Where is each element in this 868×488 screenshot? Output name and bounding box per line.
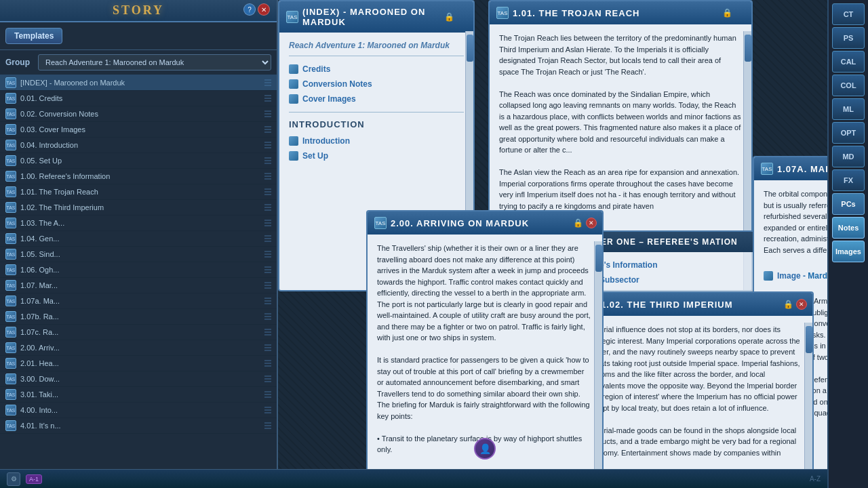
sidebar-btn-fx[interactable]: FX bbox=[832, 169, 865, 191]
list-item[interactable]: TAS 1.07b. Ra... bbox=[0, 309, 277, 325]
svg-rect-31 bbox=[264, 238, 271, 239]
bottom-az: A-Z bbox=[810, 475, 821, 483]
svg-rect-33 bbox=[264, 251, 271, 252]
item-text: 3.00. Dow... bbox=[20, 375, 260, 383]
item-text: 1.05. Sind... bbox=[20, 250, 260, 258]
link-text: e's Information bbox=[599, 260, 658, 270]
item-text: 1.07b. Ra... bbox=[20, 312, 260, 321]
templates-tab[interactable]: Templates bbox=[5, 28, 62, 44]
group-row: Group Reach Adventure 1: Marooned on Mar… bbox=[0, 50, 277, 75]
item-icon: TAS bbox=[5, 280, 16, 291]
sidebar-btn-ml[interactable]: ML bbox=[832, 98, 865, 120]
link-text: Cover Images bbox=[302, 94, 356, 104]
templates-section: Templates bbox=[0, 22, 277, 50]
list-item[interactable]: TAS 1.03. The A... bbox=[0, 216, 277, 231]
svg-rect-45 bbox=[264, 313, 271, 314]
setup-link[interactable]: Set Up bbox=[289, 148, 464, 163]
panel-imperium-scrollbar[interactable] bbox=[804, 323, 812, 480]
panel-index-icon: TAS bbox=[286, 11, 298, 23]
subsector-link[interactable]: Subsector bbox=[586, 272, 770, 287]
list-item[interactable]: TAS 0.03. Cover Images bbox=[0, 122, 277, 138]
scrollbar-thumb[interactable] bbox=[595, 245, 602, 272]
svg-rect-37 bbox=[264, 269, 271, 270]
panel-imperium-close[interactable]: ✕ bbox=[796, 299, 807, 310]
sidebar-btn-ct[interactable]: CT bbox=[832, 3, 865, 25]
svg-rect-32 bbox=[264, 241, 271, 242]
list-item[interactable]: TAS 3.01. Taki... bbox=[0, 387, 277, 403]
item-icon: TAS bbox=[5, 202, 16, 213]
list-item[interactable]: TAS 1.06. Ogh... bbox=[0, 262, 277, 278]
list-item[interactable]: TAS 1.04. Gen... bbox=[0, 231, 277, 247]
sidebar-btn-cal[interactable]: CAL bbox=[832, 51, 865, 73]
panel-index-title: (INDEX) - MAROONED ON MARDUK bbox=[302, 7, 467, 27]
sidebar-btn-opt[interactable]: OPT bbox=[832, 122, 865, 144]
cover-link[interactable]: Cover Images bbox=[289, 92, 464, 106]
panel-imperium-title: 1.02. THE THIRD IMPERIUM bbox=[601, 300, 732, 310]
list-item[interactable]: TAS 2.00. Arriv... bbox=[0, 340, 277, 356]
list-item[interactable]: TAS 1.07. Mar... bbox=[0, 278, 277, 293]
link-text: Subsector bbox=[599, 275, 639, 285]
lock-icon: 🔒 bbox=[783, 300, 793, 309]
bottom-icon-1[interactable]: ⚙ bbox=[7, 472, 20, 486]
svg-rect-26 bbox=[264, 209, 271, 211]
drag-handle-icon bbox=[264, 220, 271, 226]
svg-rect-56 bbox=[264, 365, 271, 367]
drag-handle-icon bbox=[264, 282, 271, 289]
sidebar-btn-notes[interactable]: Notes bbox=[832, 217, 865, 239]
item-text: 0.05. Set Up bbox=[20, 157, 260, 165]
sidebar-btn-ps[interactable]: PS bbox=[832, 27, 865, 49]
svg-rect-19 bbox=[264, 176, 271, 177]
intro-link[interactable]: Introduction bbox=[289, 134, 464, 148]
sidebar-btn-images[interactable]: Images bbox=[832, 241, 865, 262]
list-item[interactable]: TAS 2.01. Hea... bbox=[0, 356, 277, 371]
trojan-body-text3: The Aslan view the Reach as an area ripe… bbox=[499, 167, 742, 211]
item-icon: TAS bbox=[5, 264, 16, 275]
sidebar-btn-col[interactable]: COL bbox=[832, 75, 865, 96]
list-item[interactable]: TAS 1.00. Referee's Information bbox=[0, 169, 277, 184]
item-text: 1.04. Gen... bbox=[20, 235, 260, 243]
panel-arriving-close[interactable]: ✕ bbox=[586, 218, 597, 228]
list-item[interactable]: TAS 1.01. The Trojan Reach bbox=[0, 184, 277, 200]
sidebar-btn-md[interactable]: MD bbox=[832, 146, 865, 167]
close-button[interactable]: ✕ bbox=[258, 3, 270, 16]
list-item[interactable]: TAS 4.00. Into... bbox=[0, 403, 277, 418]
item-icon: TAS bbox=[5, 140, 16, 150]
item-text: 0.04. Introduction bbox=[20, 141, 260, 149]
drag-handle-icon bbox=[264, 235, 271, 242]
list-item[interactable]: TAS 1.07a. Ma... bbox=[0, 293, 277, 309]
group-select[interactable]: Reach Adventure 1: Marooned on Marduk bbox=[38, 54, 271, 70]
svg-rect-4 bbox=[264, 98, 271, 99]
divider bbox=[289, 112, 464, 113]
arriving-body: The Travellers' ship (whether it is thei… bbox=[377, 243, 593, 344]
item-text: [INDEX] - Marooned on Marduk bbox=[20, 79, 260, 87]
sidebar-btn-pcs[interactable]: PCs bbox=[832, 193, 865, 215]
group-label: Group bbox=[5, 58, 33, 67]
svg-rect-59 bbox=[264, 381, 271, 382]
conversion-link[interactable]: Conversion Notes bbox=[289, 77, 464, 92]
item-icon: TAS bbox=[5, 77, 16, 88]
list-item[interactable]: TAS 1.05. Sind... bbox=[0, 247, 277, 262]
scrollbar-thumb[interactable] bbox=[467, 35, 473, 62]
list-item[interactable]: TAS 3.00. Dow... bbox=[0, 371, 277, 387]
panel-arriving-scrollbar[interactable] bbox=[594, 241, 602, 487]
list-item[interactable]: TAS 0.04. Introduction bbox=[0, 138, 277, 153]
list-item[interactable]: TAS 1.07c. Ra... bbox=[0, 325, 277, 340]
list-item[interactable]: TAS 0.05. Set Up bbox=[0, 153, 277, 169]
list-item[interactable]: TAS 0.01. Credits bbox=[0, 91, 277, 106]
svg-rect-60 bbox=[264, 391, 271, 392]
svg-rect-2 bbox=[264, 85, 271, 86]
list-item[interactable]: TAS [INDEX] - Marooned on Marduk bbox=[0, 75, 277, 91]
list-item[interactable]: TAS 0.02. Conversion Notes bbox=[0, 106, 277, 122]
list-item[interactable]: TAS 1.02. The Third Imperium bbox=[0, 200, 277, 216]
lock-icon: 🔒 bbox=[573, 218, 583, 228]
credits-link[interactable]: Credits bbox=[289, 62, 464, 77]
help-button[interactable]: ? bbox=[243, 3, 256, 16]
ref-info-link[interactable]: e's Information bbox=[586, 258, 770, 272]
scrollbar-thumb[interactable] bbox=[745, 35, 751, 62]
list-item[interactable]: TAS 4.01. It's n... bbox=[0, 418, 277, 434]
trojan-body-text: The Trojan Reach lies between the territ… bbox=[499, 33, 742, 77]
drag-handle-icon bbox=[264, 157, 271, 164]
scrollbar-thumb[interactable] bbox=[806, 326, 812, 353]
item-icon: TAS bbox=[5, 405, 16, 415]
svg-rect-61 bbox=[264, 394, 271, 395]
